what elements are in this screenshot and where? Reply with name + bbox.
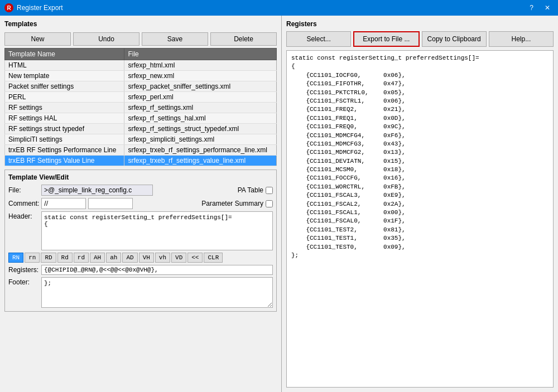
app-icon: R [4, 3, 13, 12]
new-button[interactable]: New [4, 32, 71, 46]
token-button[interactable]: AH [90, 253, 105, 263]
table-row[interactable]: New templatesrfexp_new.xml [5, 71, 277, 81]
template-buttons: New Undo Save Delete [4, 32, 277, 46]
table-row[interactable]: RF settings HALsrfexp_rf_settings_hal.xm… [5, 113, 277, 124]
table-row[interactable]: RF settingssrfexp_rf_settings.xml [5, 103, 277, 113]
template-name-cell: New template [5, 71, 124, 81]
registers-row: Registers: [8, 265, 273, 275]
token-button[interactable]: CLR [204, 253, 223, 263]
left-panel: Templates New Undo Save Delete Template … [0, 16, 282, 392]
templates-title: Templates [4, 20, 277, 28]
registers-label: Registers: [8, 266, 39, 274]
export-to-file-button[interactable]: Export to File ... [353, 31, 419, 47]
header-textarea[interactable] [41, 211, 273, 250]
table-row[interactable]: trxEB RF Settings Performance Linesrfexp… [5, 145, 277, 156]
template-edit-title: Template View/Edit [8, 173, 273, 181]
template-name-cell: RF settings HAL [5, 113, 124, 124]
template-file-cell: srfexp_rf_settings_hal.xml [124, 113, 277, 124]
title-bar-controls: ? ✕ [526, 3, 554, 13]
close-button[interactable]: ✕ [541, 3, 554, 13]
file-input[interactable] [41, 185, 153, 196]
title-bar: R Register Export ? ✕ [0, 0, 558, 16]
param-summary-checkbox[interactable] [266, 200, 273, 207]
template-file-cell: srfexp_new.xml [124, 71, 277, 81]
token-button[interactable]: VH [139, 253, 154, 263]
table-row[interactable]: HTMLsrfexp_html.xml [5, 60, 277, 71]
token-button[interactable]: rn [25, 253, 40, 263]
delete-button[interactable]: Delete [210, 32, 277, 46]
header-row: Header: [8, 211, 273, 250]
col-header-name: Template Name [5, 49, 124, 60]
right-panel: Registers Select... Export to File ... C… [282, 16, 558, 392]
template-name-cell: HTML [5, 60, 124, 71]
file-label: File: [8, 186, 39, 194]
template-file-cell: srfexp_html.xml [124, 60, 277, 71]
table-row[interactable]: trxEB RF Settings Value Linesrfexp_trxeb… [5, 156, 277, 166]
token-button[interactable]: AD [122, 253, 137, 263]
comment-row: Comment: Parameter Summary [8, 198, 273, 209]
template-name-cell: PERL [5, 92, 124, 103]
token-button[interactable]: rd [74, 253, 89, 263]
template-file-cell: srfexp_packet_sniffer_settings.xml [124, 81, 277, 92]
template-name-cell: Packet sniffer settings [5, 81, 124, 92]
template-name-cell: RF settings struct typedef [5, 124, 124, 134]
undo-button[interactable]: Undo [73, 32, 140, 46]
select-button[interactable]: Select... [286, 31, 351, 47]
template-name-cell: trxEB RF Settings Value Line [5, 156, 124, 166]
template-file-cell: srfexp_trxeb_rf_settings_value_line.xml [124, 156, 277, 166]
table-row[interactable]: Packet sniffer settingssrfexp_packet_sni… [5, 81, 277, 92]
template-file-cell: srfexp_trxeb_rf_settings_performance_lin… [124, 145, 277, 156]
token-button[interactable]: vh [155, 253, 170, 263]
col-header-file: File [124, 49, 277, 60]
registers-input[interactable] [41, 265, 273, 275]
template-name-cell: trxEB RF Settings Performance Line [5, 145, 124, 156]
help-button[interactable]: ? [526, 3, 537, 13]
token-button[interactable]: RD [41, 253, 56, 263]
templates-section: Templates New Undo Save Delete Template … [4, 20, 277, 166]
template-file-cell: srfexp_rf_settings_struct_typedef.xml [124, 124, 277, 134]
footer-textarea[interactable] [41, 277, 273, 308]
table-row[interactable]: RF settings struct typedefsrfexp_rf_sett… [5, 124, 277, 134]
copy-to-clipboard-button[interactable]: Copy to Clipboard [422, 31, 487, 47]
pa-table-label: PA Table [238, 186, 263, 194]
template-edit-section: Template View/Edit File: PA Table Commen… [4, 170, 277, 312]
token-row: RNrnRDRdrdAHahADVHvhVD<<CLR [8, 253, 273, 263]
save-button[interactable]: Save [142, 32, 208, 46]
token-button[interactable]: << [187, 253, 203, 263]
registers-section-title: Registers [286, 20, 554, 28]
footer-row: Footer: [8, 277, 273, 308]
comment-input1[interactable] [41, 198, 86, 209]
template-name-cell: SimpliciTI settings [5, 134, 124, 145]
table-row[interactable]: PERLsrfexp_perl.xml [5, 92, 277, 103]
template-name-cell: RF settings [5, 103, 124, 113]
token-button[interactable]: VD [171, 253, 186, 263]
main-content: Templates New Undo Save Delete Template … [0, 16, 558, 392]
table-row[interactable]: SimpliciTI settingssrfexp_simpliciti_set… [5, 134, 277, 145]
window-title: Register Export [17, 4, 63, 12]
code-display: static const registerSetting_t preferred… [286, 50, 554, 388]
template-file-cell: srfexp_simpliciti_settings.xml [124, 134, 277, 145]
title-bar-left: R Register Export [4, 3, 63, 12]
help-button-right[interactable]: Help... [489, 31, 554, 47]
template-file-cell: srfexp_perl.xml [124, 92, 277, 103]
token-button[interactable]: ah [106, 253, 121, 263]
comment-input2[interactable] [88, 198, 133, 209]
template-file-cell: srfexp_rf_settings.xml [124, 103, 277, 113]
register-btn-row: Select... Export to File ... Copy to Cli… [286, 31, 554, 47]
param-summary-label: Parameter Summary [201, 200, 263, 207]
token-button[interactable]: Rd [57, 253, 73, 263]
template-table: Template Name File HTMLsrfexp_html.xmlNe… [4, 48, 277, 166]
footer-label: Footer: [8, 277, 39, 286]
token-button[interactable]: RN [8, 253, 23, 263]
comment-label: Comment: [8, 200, 39, 207]
pa-table-checkbox[interactable] [266, 187, 273, 194]
file-row: File: PA Table [8, 185, 273, 196]
header-label: Header: [8, 211, 39, 220]
